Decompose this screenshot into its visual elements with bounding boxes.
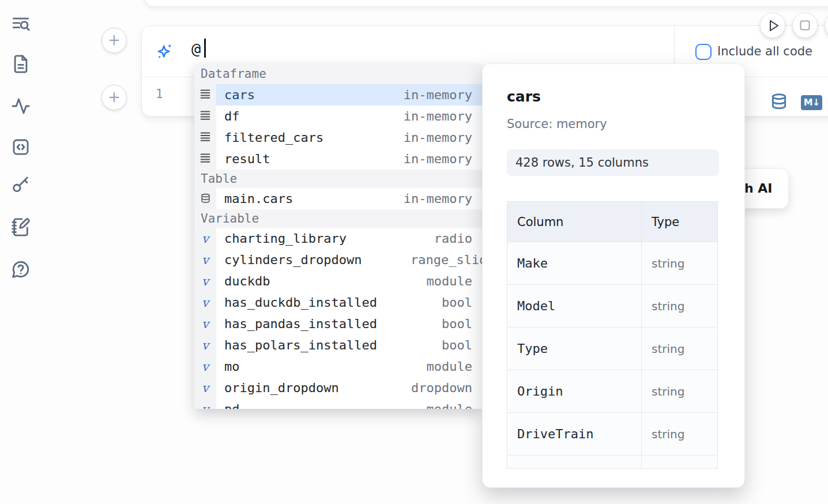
preview-source: Source: memory bbox=[507, 117, 607, 131]
preview-shape-badge: 428 rows, 15 columns bbox=[507, 149, 719, 176]
autocomplete-item-result[interactable]: resultin-memory bbox=[194, 148, 482, 170]
variable-icon: v bbox=[202, 381, 209, 395]
autocomplete-item-gutter: v bbox=[194, 398, 216, 409]
activity-icon bbox=[11, 107, 31, 118]
schema-header-row: ColumnType bbox=[507, 202, 717, 242]
autocomplete-item-type: dropdown bbox=[411, 381, 472, 395]
autocomplete-item-type: range_slider bbox=[411, 253, 482, 267]
autocomplete-item-type: bool bbox=[442, 295, 472, 310]
autocomplete-item-gutter bbox=[194, 106, 216, 127]
sparkles-icon bbox=[156, 43, 174, 61]
autocomplete-item-has_polars_installed[interactable]: vhas_polars_installedbool bbox=[194, 334, 482, 356]
add-cell-below-button[interactable]: + bbox=[101, 85, 127, 110]
table-db-icon bbox=[200, 193, 211, 204]
run-cell-button[interactable] bbox=[760, 13, 785, 38]
autocomplete-item-type: module bbox=[427, 359, 472, 374]
dataframe-icon bbox=[199, 109, 212, 124]
autocomplete-item-gutter: v bbox=[194, 334, 216, 356]
autocomplete-item-gutter bbox=[194, 127, 216, 148]
autocomplete-item-name: has_polars_installed bbox=[224, 338, 377, 352]
autocomplete-item-charting_library[interactable]: vcharting_libraryradio bbox=[194, 228, 482, 249]
autocomplete-item-name: main.cars bbox=[224, 191, 293, 206]
line-number: 1 bbox=[156, 87, 163, 101]
sidebar-item-snippets[interactable] bbox=[11, 137, 32, 158]
autocomplete-item-has_duckdb_installed[interactable]: vhas_duckdb_installedbool bbox=[194, 292, 482, 313]
ai-prompt-input[interactable]: @ bbox=[191, 40, 201, 58]
autocomplete-item-duckdb[interactable]: vduckdbmodule bbox=[194, 270, 482, 292]
autocomplete-item-gutter: v bbox=[194, 249, 216, 270]
autocomplete-item-main.cars[interactable]: main.carsin-memory bbox=[194, 188, 482, 209]
sidebar-item-secrets[interactable] bbox=[11, 175, 32, 195]
autocomplete-item-type: in-memory bbox=[404, 130, 472, 145]
preview-schema-table: ColumnTypeMakestringModelstringTypestrin… bbox=[507, 201, 718, 469]
markdown-icon[interactable]: M↓ bbox=[801, 95, 822, 110]
dataframe-preview-card: cars Source: memory 428 rows, 15 columns… bbox=[482, 63, 745, 488]
autocomplete-item-name: filtered_cars bbox=[224, 130, 323, 145]
autocomplete-item-origin_dropdown[interactable]: vorigin_dropdowndropdown bbox=[194, 377, 482, 398]
autocomplete-item-type: in-memory bbox=[404, 109, 472, 123]
autocomplete-item-gutter bbox=[194, 188, 216, 209]
autocomplete-item-cars[interactable]: carsin-memory bbox=[194, 84, 482, 106]
autocomplete-item-type: in-memory bbox=[404, 191, 472, 206]
autocomplete-item-name: df bbox=[224, 109, 240, 123]
sidebar-item-scratchpad[interactable] bbox=[11, 217, 32, 238]
dataframe-icon bbox=[199, 130, 212, 145]
autocomplete-section-header: Table bbox=[194, 170, 482, 188]
autocomplete-item-type: module bbox=[427, 274, 472, 288]
autocomplete-item-gutter: v bbox=[194, 377, 216, 398]
autocomplete-item-has_pandas_installed[interactable]: vhas_pandas_installedbool bbox=[194, 313, 482, 334]
database-icon[interactable] bbox=[770, 93, 788, 111]
autocomplete-item-type: bool bbox=[442, 338, 472, 352]
sidebar-item-search[interactable] bbox=[11, 14, 32, 35]
sidebar bbox=[0, 0, 42, 504]
autocomplete-item-type: radio bbox=[434, 231, 472, 246]
add-cell-above-button[interactable]: + bbox=[101, 28, 127, 53]
schema-row-DriveTrain: DriveTrainstring bbox=[507, 413, 717, 456]
autocomplete-item-gutter: v bbox=[194, 270, 216, 292]
autocomplete-item-name: pd bbox=[224, 402, 240, 409]
autocomplete-item-name: mo bbox=[224, 359, 240, 374]
notebook-pen-icon bbox=[11, 228, 31, 239]
code-snippet-icon bbox=[11, 148, 31, 159]
schema-header-column: Column bbox=[517, 215, 563, 229]
autocomplete-item-name: has_pandas_installed bbox=[224, 317, 377, 331]
autocomplete-item-name: duckdb bbox=[224, 274, 270, 288]
include-all-code-checkbox[interactable] bbox=[695, 44, 712, 60]
file-text-icon bbox=[11, 65, 31, 76]
autocomplete-item-type: bool bbox=[442, 317, 472, 331]
sidebar-item-help[interactable] bbox=[11, 259, 32, 280]
text-cursor bbox=[204, 39, 206, 58]
schema-row-partial bbox=[507, 456, 717, 469]
autocomplete-item-mo[interactable]: vmomodule bbox=[194, 356, 482, 377]
preview-title: cars bbox=[507, 88, 541, 105]
schema-row-Type: Typestring bbox=[507, 328, 717, 370]
variable-icon: v bbox=[202, 274, 209, 288]
dataframe-icon bbox=[199, 152, 212, 167]
autocomplete-item-filtered_cars[interactable]: filtered_carsin-memory bbox=[194, 127, 482, 148]
autocomplete-item-type: in-memory bbox=[404, 152, 472, 166]
sidebar-item-activity[interactable] bbox=[11, 96, 32, 117]
sidebar-item-files[interactable] bbox=[11, 54, 32, 75]
autocomplete-item-name: result bbox=[224, 152, 270, 166]
autocomplete-item-gutter: v bbox=[194, 356, 216, 377]
ai-button-label: h AI bbox=[744, 169, 773, 208]
autocomplete-item-gutter bbox=[194, 148, 216, 170]
text-search-icon bbox=[11, 25, 31, 36]
variable-icon: v bbox=[202, 338, 209, 352]
autocomplete-item-gutter: v bbox=[194, 313, 216, 334]
autocomplete-section-header: Dataframe bbox=[194, 63, 482, 84]
autocomplete-item-pd[interactable]: vpdmodule bbox=[194, 398, 482, 409]
help-chat-icon bbox=[11, 270, 31, 281]
variable-icon: v bbox=[202, 317, 209, 331]
autocomplete-item-cylinders_dropdown[interactable]: vcylinders_dropdownrange_slider bbox=[194, 249, 482, 270]
schema-row-Model: Modelstring bbox=[507, 285, 717, 328]
variable-icon: v bbox=[202, 253, 209, 267]
autocomplete-item-type: module bbox=[427, 402, 472, 409]
variable-icon: v bbox=[202, 403, 209, 409]
autocomplete-item-gutter bbox=[194, 84, 216, 106]
autocomplete-item-df[interactable]: dfin-memory bbox=[194, 106, 482, 127]
autocomplete-item-gutter: v bbox=[194, 292, 216, 313]
stop-button[interactable] bbox=[792, 13, 818, 38]
key-icon bbox=[11, 186, 31, 197]
variable-icon: v bbox=[202, 296, 209, 310]
